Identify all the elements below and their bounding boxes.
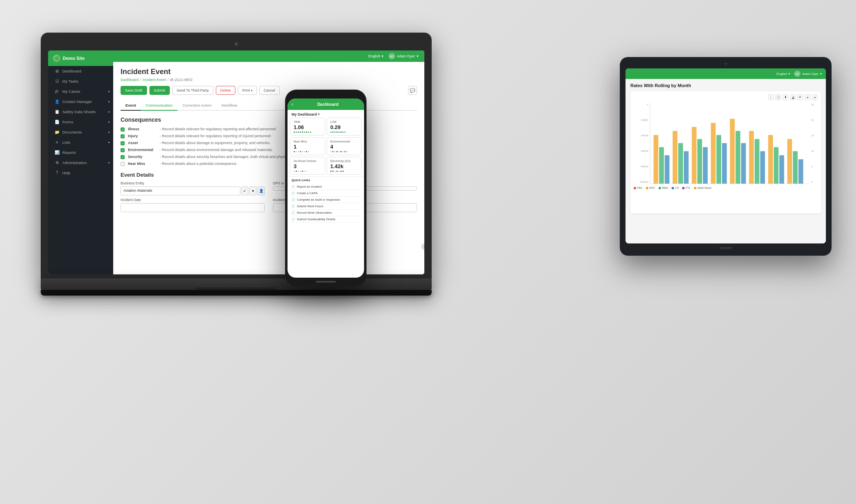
tab-corrective-action[interactable]: Corrective Action [178, 101, 217, 111]
sidebar-item-my-career[interactable]: 🎓 My Career ▸ [48, 86, 113, 96]
svg-rect-11 [722, 143, 727, 184]
checkbox-injury[interactable]: ✓ [121, 134, 125, 138]
sidebar-item-safety-data-sheets[interactable]: 📋 Safety Data Sheets ▸ [48, 107, 113, 117]
y-left-3: 600000 [634, 150, 648, 152]
business-entity-check-btn[interactable]: ✓ [241, 186, 248, 195]
quick-link-report-incident-label: Report an Incident [297, 185, 322, 188]
chart-tool-menu-1[interactable]: ≡ [805, 94, 810, 100]
sidebar-item-dashboard[interactable]: ⊞ Dashboard [48, 66, 113, 76]
stat-card-environmental: Environmental 4 [327, 137, 362, 155]
chart-y-axis-left: 0 200000 400000 600000 800000 1000000 [634, 103, 650, 184]
tablet-user-chevron-icon: ▾ [820, 72, 822, 76]
submit-button[interactable]: Submit [149, 86, 170, 95]
phone-back-button[interactable]: ‹ [292, 101, 293, 107]
chart-tool-print[interactable]: 🖨 [790, 94, 796, 100]
phone-header: ‹ Dashboard [288, 99, 364, 110]
checkbox-security[interactable]: ✓ [121, 155, 125, 159]
cancel-button[interactable]: Cancel [259, 86, 280, 95]
tablet-language-selector[interactable]: English ▾ [777, 72, 790, 76]
quick-link-create-capa[interactable]: 📄 Create a CAPA [292, 190, 360, 197]
sidebar-item-help[interactable]: ? Help [48, 168, 113, 178]
save-draft-button[interactable]: Save Draft [121, 86, 147, 95]
svg-rect-3 [673, 131, 678, 184]
language-chevron-icon: ▾ [382, 54, 384, 58]
chevron-right-icon-6: ▸ [108, 140, 110, 144]
breadcrumb-dashboard[interactable]: Dashboard [121, 78, 138, 82]
stat-label-on-road-vehicle: On-Road Vehicle [294, 160, 321, 162]
sidebar-item-lists[interactable]: ≡ Lists ▸ [48, 137, 113, 147]
laptop-main: English ▾ AD Adam Dyer ▾ [113, 50, 424, 274]
sidebar-item-reports[interactable]: 📊 Reports [48, 147, 113, 158]
legend-mtc-label: MTC [650, 186, 655, 189]
chart-y-axis-right: 25 20 15 10 5 0 [810, 103, 818, 184]
tablet-device: English ▾ AD Adam Dyer ▾ Rates With Roll… [620, 57, 832, 256]
stat-label-ltir: LTIR [330, 121, 358, 123]
consequence-near-miss-label: Near Miss [128, 162, 156, 166]
quick-link-work-hours-label: Submit Work Hours [297, 204, 323, 208]
chart-tool-download[interactable]: ↑ [768, 94, 774, 100]
chart-legend: FAC MTC RWC [634, 186, 818, 189]
stat-value-electricity: 1.42k [330, 163, 358, 169]
tablet-home-button[interactable] [720, 247, 732, 249]
create-capa-icon: 📄 [292, 192, 295, 195]
career-icon: 🎓 [54, 89, 60, 94]
phone-header-title: Dashboard [296, 102, 360, 107]
breadcrumb: Dashboard / Incident Event / IE-2111-097… [121, 78, 417, 82]
quick-link-create-capa-label: Create a CAPA [297, 191, 318, 195]
svg-rect-16 [755, 139, 759, 184]
quick-link-report-incident[interactable]: 📄 Report an Incident [292, 184, 360, 190]
tablet-app: English ▾ AD Adam Dyer ▾ Rates With Roll… [626, 68, 826, 243]
sidebar-header: 🌿 Demo Site [48, 50, 113, 66]
checkbox-asset[interactable]: ✓ [121, 141, 125, 145]
sidebar-item-documents[interactable]: 📁 Documents ▸ [48, 127, 113, 137]
comment-button[interactable]: 💬 [408, 86, 417, 95]
checkbox-near-miss[interactable] [121, 162, 125, 166]
tablet-user-menu[interactable]: AD Adam Dyer ▾ [794, 70, 822, 77]
sidebar-item-administration[interactable]: ⚙ Administration ▸ [48, 158, 113, 168]
breadcrumb-incident-event[interactable]: Incident Event [143, 78, 166, 82]
svg-rect-8 [703, 147, 708, 184]
laptop-screen: 🌿 Demo Site ⊞ Dashboard ☑ My Tasks [48, 50, 424, 274]
quick-link-work-hours[interactable]: 📄 Submit Work Hours [292, 203, 360, 210]
tab-communication[interactable]: Communication [141, 101, 178, 111]
chart-tool-edit[interactable]: ✏ [797, 94, 803, 100]
svg-rect-19 [774, 147, 779, 184]
chart-tool-menu-2[interactable]: ≡ [812, 94, 818, 100]
language-selector[interactable]: English ▾ [368, 54, 384, 58]
sidebar-item-contact-manager[interactable]: 👤 Contact Manager ▸ [48, 96, 113, 107]
svg-rect-18 [768, 135, 773, 184]
svg-rect-12 [730, 119, 735, 184]
tab-workflow[interactable]: Workflow [217, 101, 242, 111]
checkbox-illness[interactable]: ✓ [121, 127, 125, 131]
sidebar-label-my-tasks: My Tasks [62, 79, 78, 83]
business-entity-person-btn[interactable]: 👤 [257, 186, 265, 195]
y-left-6: 0 [634, 103, 648, 106]
consequence-environmental: ✓ Environmental - Record details about e… [121, 148, 417, 152]
quick-link-work-observation[interactable]: 📄 Record Work Observation [292, 210, 360, 216]
sidebar-item-my-tasks[interactable]: ☑ My Tasks [48, 76, 113, 86]
print-button[interactable]: Print [238, 86, 257, 95]
chart-tool-expand[interactable]: ⬜ [775, 94, 781, 100]
business-entity-input[interactable]: Aviation Materials [121, 186, 240, 195]
sidebar-item-forms[interactable]: 📄 Forms ▸ [48, 117, 113, 127]
consequence-asset-label: Asset [128, 141, 156, 145]
phone-dashboard-chevron-icon[interactable]: ▾ [318, 113, 320, 116]
tab-event[interactable]: Event [121, 101, 141, 111]
delete-button[interactable]: Delete [216, 86, 235, 95]
tablet: English ▾ AD Adam Dyer ▾ Rates With Roll… [620, 57, 832, 256]
legend-mtc-dot [646, 187, 648, 189]
breadcrumb-sep-1: / [140, 78, 141, 82]
sustainability-icon: 📄 [292, 218, 295, 221]
quick-link-sustainability[interactable]: 📄 Submit Sustainability Details [292, 216, 360, 223]
chart-tool-export[interactable]: ⬇ [783, 94, 788, 100]
business-entity-dropdown-btn[interactable]: ▾ [249, 186, 257, 195]
tasks-icon: ☑ [54, 79, 60, 83]
consequence-near-miss: Near Miss - Record details about a poten… [121, 162, 417, 166]
legend-ftl-dot [682, 187, 685, 189]
send-to-third-party-button[interactable]: Send To Third Party [172, 86, 213, 95]
incident-date-input[interactable] [121, 203, 265, 212]
user-menu[interactable]: AD Adam Dyer ▾ [388, 53, 419, 59]
checkbox-environmental[interactable]: ✓ [121, 148, 125, 152]
site-name: Demo Site [63, 56, 85, 61]
quick-link-audit-inspection[interactable]: 📄 Complete an Audit or Inspection [292, 197, 360, 203]
